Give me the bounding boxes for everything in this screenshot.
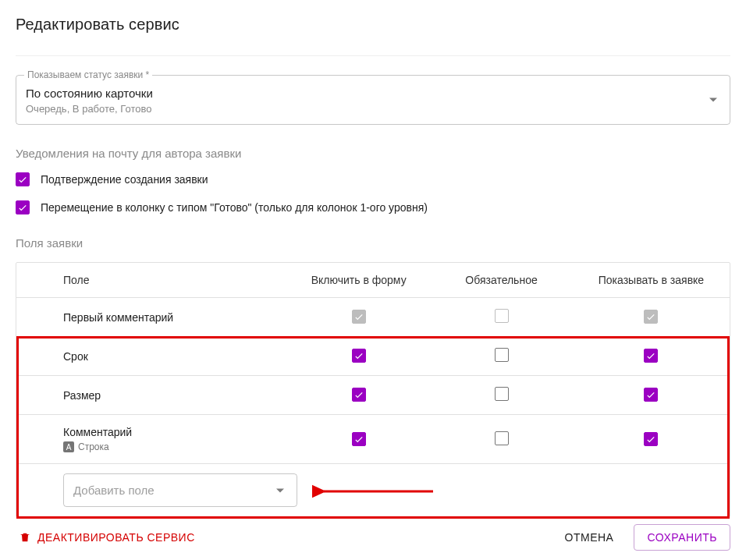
table-row: Добавить поле xyxy=(16,464,730,517)
status-select[interactable]: Показываем статус заявки * По состоянию … xyxy=(16,75,730,125)
notification-checkbox[interactable] xyxy=(16,172,30,186)
include-checkbox[interactable] xyxy=(352,388,366,402)
notification-label: Перемещение в колонку с типом "Готово" (… xyxy=(41,201,428,214)
save-button[interactable]: СОХРАНИТЬ xyxy=(634,524,730,551)
table-row: Первый комментарий xyxy=(16,298,730,337)
notifications-section-label: Уведомления на почту для автора заявки xyxy=(16,147,730,160)
field-type: A Строка xyxy=(63,441,275,452)
chevron-down-icon xyxy=(276,488,284,492)
fields-table: Поле Включить в форму Обязательное Показ… xyxy=(16,263,730,516)
col-field: Поле xyxy=(16,263,287,298)
status-select-label: Показываем статус заявки * xyxy=(24,69,152,80)
field-label: Срок xyxy=(63,350,275,363)
field-type-label: Строка xyxy=(78,441,109,452)
cancel-button[interactable]: ОТМЕНА xyxy=(562,525,617,550)
notification-label: Подтверждение создания заявки xyxy=(41,173,208,186)
status-select-hint: Очередь, В работе, Готово xyxy=(26,103,698,115)
field-label: Комментарий xyxy=(63,426,275,438)
show-checkbox xyxy=(644,310,658,324)
required-checkbox[interactable] xyxy=(495,348,509,362)
table-row: Комментарий A Строка xyxy=(16,415,730,464)
field-label: Размер xyxy=(63,389,275,402)
field-label: Первый комментарий xyxy=(63,311,275,324)
deactivate-label: ДЕАКТИВИРОВАТЬ СЕРВИС xyxy=(37,531,195,544)
notification-row: Перемещение в колонку с типом "Готово" (… xyxy=(16,200,730,214)
required-checkbox[interactable] xyxy=(495,431,509,445)
status-select-value: По состоянию карточки xyxy=(26,87,698,100)
divider xyxy=(16,55,730,56)
table-row: Срок xyxy=(16,337,730,376)
chevron-down-icon xyxy=(709,98,717,102)
add-field-placeholder: Добавить поле xyxy=(73,484,155,497)
show-checkbox[interactable] xyxy=(644,388,658,402)
col-show: Показывать в заявке xyxy=(573,263,730,298)
trash-icon xyxy=(19,531,31,544)
show-checkbox[interactable] xyxy=(644,349,658,363)
include-checkbox[interactable] xyxy=(352,432,366,446)
type-badge-icon: A xyxy=(63,441,74,452)
deactivate-button[interactable]: ДЕАКТИВИРОВАТЬ СЕРВИС xyxy=(16,525,198,550)
notification-checkbox[interactable] xyxy=(16,200,30,214)
include-checkbox xyxy=(352,310,366,324)
col-include: Включить в форму xyxy=(287,263,430,298)
add-field-select[interactable]: Добавить поле xyxy=(63,473,297,507)
col-required: Обязательное xyxy=(430,263,573,298)
page-title: Редактировать сервис xyxy=(16,16,730,34)
show-checkbox[interactable] xyxy=(644,432,658,446)
notification-row: Подтверждение создания заявки xyxy=(16,172,730,186)
required-checkbox[interactable] xyxy=(495,387,509,401)
fields-section-label: Поля заявки xyxy=(16,236,730,250)
required-checkbox xyxy=(495,309,509,323)
table-row: Размер xyxy=(16,376,730,415)
include-checkbox[interactable] xyxy=(352,349,366,363)
